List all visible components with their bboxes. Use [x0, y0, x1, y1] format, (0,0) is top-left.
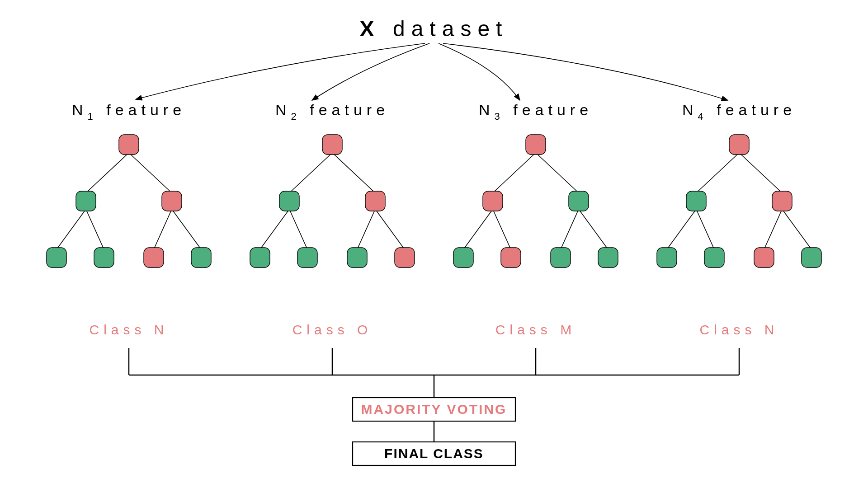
tree-node [47, 248, 66, 267]
svg-line-16 [561, 209, 579, 249]
svg-line-0 [86, 153, 129, 193]
svg-line-12 [493, 153, 536, 193]
tree-node [297, 248, 317, 267]
svg-line-20 [667, 209, 696, 249]
svg-line-2 [57, 209, 86, 249]
class-output-label: Class O [292, 322, 373, 337]
final-class-box: FINAL CLASS [353, 442, 515, 465]
tree-node [94, 248, 114, 267]
bracket-connector [129, 348, 739, 398]
svg-line-4 [154, 209, 172, 249]
svg-line-11 [375, 209, 405, 249]
tree-node [729, 135, 749, 155]
svg-line-21 [696, 209, 714, 249]
feature-label: N1 feature [72, 101, 186, 122]
class-output-label: Class N [699, 322, 778, 337]
svg-line-9 [289, 209, 307, 249]
svg-line-19 [739, 153, 782, 193]
decision-tree-3: N3 featureClass M [453, 101, 618, 337]
svg-line-17 [579, 209, 608, 249]
svg-line-14 [463, 209, 493, 249]
tree-node [526, 135, 546, 155]
tree-node [657, 248, 677, 267]
decision-tree-1: N1 featureClass N [47, 101, 211, 337]
feature-label: N2 feature [275, 101, 389, 122]
tree-node [772, 191, 792, 211]
diagram-title: X dataset [360, 17, 509, 41]
decision-tree-4: N4 featureClass N [657, 101, 821, 337]
tree-node [598, 248, 618, 267]
class-output-label: Class M [495, 322, 576, 337]
tree-node [754, 248, 774, 267]
svg-line-7 [332, 153, 375, 193]
svg-line-18 [696, 153, 739, 193]
tree-node [686, 191, 706, 211]
tree-node [322, 135, 342, 155]
feature-label: N4 feature [682, 101, 796, 122]
tree-node [483, 191, 503, 211]
svg-line-3 [86, 209, 104, 249]
dataset-arrows [136, 43, 728, 100]
feature-label: N3 feature [479, 101, 593, 122]
tree-node [704, 248, 724, 267]
tree-node [119, 135, 139, 155]
tree-node [395, 248, 415, 267]
svg-line-22 [764, 209, 782, 249]
tree-node [551, 248, 571, 267]
tree-node [76, 191, 96, 211]
svg-line-1 [129, 153, 172, 193]
decision-tree-2: N2 featureClass O [250, 101, 415, 337]
svg-line-5 [172, 209, 201, 249]
svg-text:MAJORITY VOTING: MAJORITY VOTING [361, 402, 507, 417]
tree-node [162, 191, 182, 211]
tree-node [802, 248, 821, 267]
tree-node [453, 248, 473, 267]
tree-node [347, 248, 367, 267]
tree-node [250, 248, 270, 267]
tree-node [144, 248, 164, 267]
svg-line-10 [357, 209, 375, 249]
tree-node [365, 191, 385, 211]
svg-line-23 [782, 209, 811, 249]
class-output-label: Class N [89, 322, 168, 337]
tree-node [569, 191, 589, 211]
tree-node [279, 191, 299, 211]
svg-line-8 [260, 209, 289, 249]
majority-voting-box: MAJORITY VOTING [353, 398, 515, 421]
svg-line-6 [289, 153, 332, 193]
svg-line-13 [536, 153, 579, 193]
svg-text:FINAL CLASS: FINAL CLASS [384, 446, 484, 461]
tree-node [501, 248, 521, 267]
tree-node [191, 248, 211, 267]
svg-line-15 [493, 209, 511, 249]
